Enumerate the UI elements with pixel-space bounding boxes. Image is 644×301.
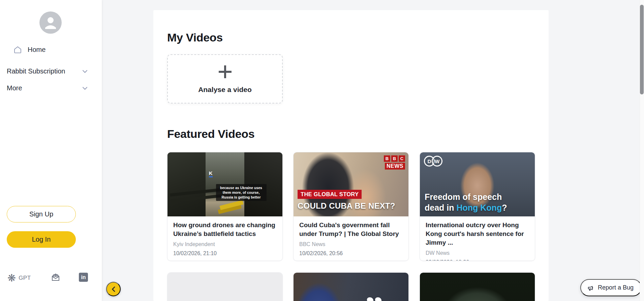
scrollbar-track[interactable] (640, 0, 644, 301)
sidebar-footer: ❋ GPT in (7, 271, 94, 285)
scrollbar-thumb[interactable] (640, 5, 644, 94)
sign-up-button[interactable]: Sign Up (7, 206, 76, 222)
gpt-label: GPT (19, 275, 31, 281)
menu-label: More (7, 84, 22, 92)
video-source: Kyiv Independent (173, 241, 277, 247)
plus-icon (217, 64, 233, 80)
gpt-link[interactable]: ❋ GPT (7, 273, 31, 283)
sidebar-item-home[interactable]: Home (13, 46, 45, 54)
video-thumbnail: D W Freedom of speech dead in Hong Kong? (420, 152, 535, 216)
video-source: DW News (426, 250, 529, 256)
user-icon (39, 11, 62, 34)
newsletter-icon[interactable] (51, 272, 61, 283)
sidebar-collapse-button[interactable] (106, 282, 121, 296)
avatar[interactable] (39, 11, 62, 34)
video-title: How ground drones are changing Ukraine’s… (173, 221, 277, 238)
quote-icon: ” (365, 298, 383, 301)
linkedin-icon[interactable]: in (79, 273, 88, 282)
video-date: 09/02/2026, 18:36 (426, 259, 529, 261)
megaphone-icon (587, 284, 594, 292)
video-card[interactable]: K because as Ukraine uses them more, of … (167, 152, 283, 261)
video-date: 10/02/2026, 20:56 (299, 250, 403, 257)
openai-icon: ❋ (7, 273, 16, 283)
my-videos-title: My Videos (167, 31, 223, 44)
sidebar: Home Rabbit Subscription More Sign Up Lo… (0, 0, 102, 301)
sidebar-menu-rabbit-subscription[interactable]: Rabbit Subscription (7, 67, 88, 75)
video-title: International outcry over Hong Kong cour… (426, 221, 529, 247)
video-date: 10/02/2026, 21:10 (173, 250, 277, 257)
report-bug-label: Report a Bug (598, 284, 634, 291)
video-thumbnail (420, 273, 535, 301)
menu-label: Rabbit Subscription (7, 67, 65, 75)
video-card[interactable] (167, 272, 283, 301)
thumbnail-caption: because as Ukraine uses them more, of co… (216, 184, 267, 201)
featured-videos-title: Featured Videos (167, 127, 254, 141)
video-source: BBC News (299, 241, 403, 247)
video-title: Could Cuba's government fall under Trump… (299, 221, 403, 238)
thumbnail-headline: COULD CUBA BE NEXT? (298, 201, 395, 211)
home-label: Home (28, 46, 45, 54)
video-thumbnail: K because as Ukraine uses them more, of … (167, 152, 282, 216)
video-thumbnail: B B C NEWS THE GLOBAL STORY COULD CUBA B… (294, 152, 408, 216)
bbc-news-logo: B B C NEWS (384, 155, 405, 170)
app-window: Home Rabbit Subscription More Sign Up Lo… (0, 0, 644, 301)
sidebar-menu-more[interactable]: More (7, 84, 88, 92)
thumbnail-headline: Freedom of speech dead in Hong Kong? (425, 191, 507, 213)
content-panel: My Videos Analyse a video Featured Video… (153, 10, 549, 301)
video-card[interactable]: D W Freedom of speech dead in Hong Kong?… (420, 152, 535, 261)
video-card[interactable]: B B C NEWS THE GLOBAL STORY COULD CUBA B… (293, 152, 409, 261)
thumbnail-badge: THE GLOBAL STORY (298, 190, 362, 199)
home-icon (13, 46, 22, 54)
log-in-button[interactable]: Log In (7, 231, 76, 248)
chevron-down-icon (82, 68, 88, 75)
chevron-down-icon (82, 85, 88, 92)
analyse-label: Analyse a video (198, 86, 252, 94)
report-a-bug-button[interactable]: Report a Bug (580, 279, 642, 296)
channel-logo: K (209, 170, 213, 177)
video-card[interactable] (420, 272, 535, 301)
analyse-a-video-button[interactable]: Analyse a video (167, 54, 283, 103)
dw-logo: D W (424, 156, 442, 167)
video-card[interactable]: ” (293, 272, 409, 301)
video-thumbnail-placeholder (167, 273, 282, 301)
video-thumbnail: ” (294, 273, 408, 301)
chevron-left-icon (110, 286, 117, 293)
